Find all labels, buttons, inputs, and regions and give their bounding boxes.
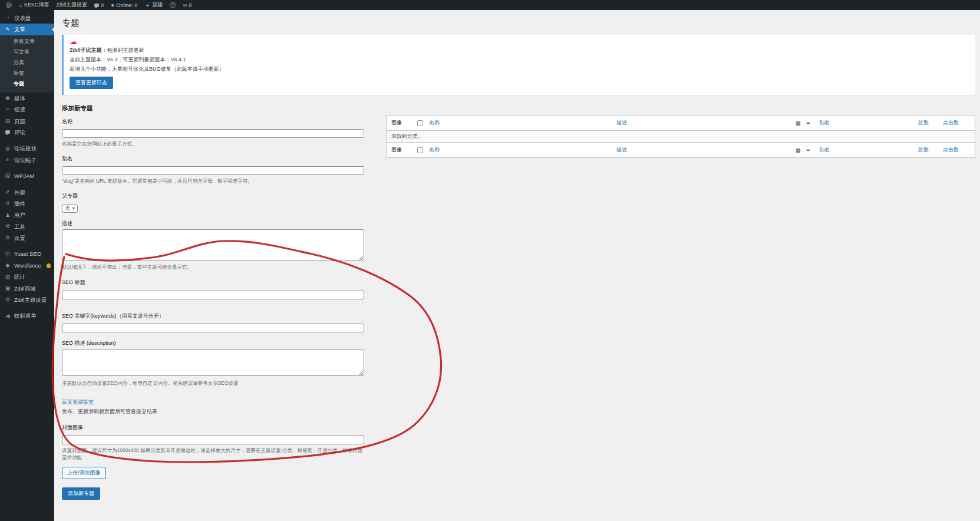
cover-image-label: 封面图像 bbox=[62, 424, 364, 431]
name-label: 名称 bbox=[62, 118, 364, 126]
sidebar-item-appearance[interactable]: ✐ 外观 bbox=[0, 187, 54, 198]
notice-title-bold: Zibll子比主题： bbox=[70, 47, 107, 53]
baidu-submit-link[interactable]: 百度资源提交 bbox=[62, 398, 94, 406]
view-changelog-button[interactable]: 查看更新日志 bbox=[70, 77, 113, 89]
select-all-checkbox[interactable] bbox=[417, 120, 423, 126]
new-content-menu[interactable]: ＋ 新建 bbox=[141, 0, 166, 10]
slug-label: 别名 bbox=[62, 155, 364, 163]
links-menu[interactable]: ∞ 0 bbox=[179, 0, 195, 10]
pushpin-icon: ✎ bbox=[5, 27, 11, 33]
sidebar-label: 链接 bbox=[14, 106, 25, 113]
user-icon: ♟ bbox=[5, 212, 11, 219]
col-count[interactable]: 总数 bbox=[918, 119, 943, 127]
sidebar-item-links[interactable]: ∞ 链接 bbox=[0, 104, 54, 115]
comments-link[interactable]: 0 bbox=[91, 0, 107, 10]
col-clicks[interactable]: 点击数 bbox=[943, 119, 975, 127]
submenu-all-posts[interactable]: 所有文章 bbox=[0, 37, 54, 47]
page-title: 专题 bbox=[62, 18, 975, 29]
gear-icon: ⚙ bbox=[5, 296, 11, 303]
description-textarea[interactable] bbox=[62, 229, 364, 261]
seo-description-label: SEO 描述 (description) bbox=[62, 339, 364, 347]
chart-icon: ▥ bbox=[5, 274, 11, 281]
online-icon: ● bbox=[111, 2, 114, 8]
posts-count-icon: ▦ bbox=[796, 147, 806, 153]
media-icon: ◉ bbox=[5, 95, 11, 101]
zibll-cloud-icon: ☁ bbox=[70, 38, 969, 46]
submenu-topics-current[interactable]: 专题 bbox=[0, 79, 54, 90]
sidebar-item-wpjam[interactable]: Ⓦ WPJAM bbox=[0, 170, 54, 182]
home-icon: ⌂ bbox=[19, 2, 22, 8]
upload-image-button[interactable]: 上传/添加图像 bbox=[62, 467, 106, 479]
col-clicks[interactable]: 点击数 bbox=[943, 146, 975, 154]
sidebar-label: Yoast SEO bbox=[14, 250, 41, 257]
seo-title-input[interactable] bbox=[62, 291, 364, 299]
yoast-menu[interactable]: Ⓨ bbox=[166, 0, 179, 10]
select-all-checkbox-footer[interactable] bbox=[417, 147, 423, 153]
sidebar-label: 页面 bbox=[14, 118, 25, 124]
parent-topic-select[interactable]: 无 ▾ bbox=[62, 205, 78, 213]
forum-topics-icon: ✍ bbox=[5, 157, 11, 163]
submenu-categories[interactable]: 分类 bbox=[0, 58, 54, 68]
name-input[interactable] bbox=[62, 129, 364, 138]
slug-input[interactable] bbox=[62, 166, 364, 175]
posts-submenu: 所有文章 写文章 分类 标签 专题 bbox=[0, 35, 54, 93]
sidebar-item-settings[interactable]: ⚙ 设置 bbox=[0, 232, 54, 243]
sidebar-label: 仪表盘 bbox=[14, 15, 31, 21]
cover-image-input[interactable] bbox=[62, 436, 364, 444]
sidebar-item-yoast-seo[interactable]: Ⓨ Yoast SEO bbox=[0, 248, 54, 259]
posts-count-icon: ▦ bbox=[796, 120, 806, 126]
col-slug[interactable]: 别名 bbox=[819, 119, 918, 127]
add-topic-button[interactable]: 添加新专题 bbox=[62, 487, 100, 500]
sidebar-label: 收起菜单 bbox=[14, 312, 37, 319]
wordpress-menu[interactable]: Ⓦ bbox=[2, 0, 15, 10]
sidebar-item-wordfence[interactable]: ◆ Wordfence bbox=[0, 260, 54, 271]
cover-image-help: 设置封面图，建议尺寸为1000x400,如果分类页未开启侧边栏，请选择更大的尺寸… bbox=[62, 447, 364, 462]
theme-update-notice: ☁ Zibll子比主题：检测到主题更新 当前主题版本：V6.3，可更新到最新版本… bbox=[62, 35, 975, 95]
col-description[interactable]: 描述 bbox=[616, 146, 796, 154]
feather-icon: ✒ bbox=[806, 120, 819, 126]
sidebar-item-media[interactable]: ◉ 媒体 bbox=[0, 93, 54, 104]
table-header-row: 图像 名称 描述 ▦ ✒ 别名 总数 点击数 bbox=[387, 116, 975, 130]
sidebar-label: 设置 bbox=[14, 235, 25, 241]
col-name[interactable]: 名称 bbox=[429, 119, 616, 127]
submenu-write-post[interactable]: 写文章 bbox=[0, 47, 54, 58]
sidebar-item-tools[interactable]: ⚒ 工具 bbox=[0, 221, 54, 232]
sidebar-item-pages[interactable]: ▤ 页面 bbox=[0, 116, 54, 127]
slug-help: "slug"是名称的 URL 友好版本。它通常都是小写的，并且只包含字母、数字和… bbox=[62, 177, 364, 185]
site-link[interactable]: ⌂ KEKC博客 bbox=[15, 0, 53, 10]
sidebar-label: 用户 bbox=[14, 212, 25, 218]
sidebar-item-forum-topics[interactable]: ✍ 论坛帖子 bbox=[0, 154, 54, 166]
submenu-tags[interactable]: 标签 bbox=[0, 68, 54, 79]
col-name[interactable]: 名称 bbox=[429, 146, 616, 154]
baidu-note: 发布、更新后刷新页面后可查看提交结果 bbox=[62, 408, 364, 416]
sidebar-item-comments[interactable]: 评论 bbox=[0, 127, 54, 138]
parent-topic-value: 无 bbox=[65, 205, 70, 212]
online-status[interactable]: ● Online: 0 bbox=[107, 0, 141, 10]
seo-help: 主题默认会自动设置SEO内容，推荐自定义内容。相关建议请参考文章SEO设置 bbox=[62, 380, 364, 387]
seo-description-textarea[interactable] bbox=[62, 349, 364, 376]
new-label: 新建 bbox=[152, 1, 163, 9]
sidebar-item-dashboard[interactable]: ◔ 仪表盘 bbox=[0, 12, 54, 24]
sidebar-item-users[interactable]: ♟ 用户 bbox=[0, 209, 54, 220]
links-count: 0 bbox=[189, 2, 192, 8]
sidebar-label: Wordfence bbox=[14, 262, 41, 269]
sidebar-item-zibll-mall[interactable]: ▣ Zibll商城 bbox=[0, 283, 54, 294]
parent-topic-label: 父专题 bbox=[62, 192, 364, 200]
col-count[interactable]: 总数 bbox=[918, 146, 943, 154]
col-description[interactable]: 描述 bbox=[616, 119, 796, 127]
sidebar-label: WPJAM bbox=[14, 173, 34, 179]
comments-count: 0 bbox=[101, 2, 104, 8]
sidebar-item-posts[interactable]: ✎ 文章 bbox=[0, 24, 54, 35]
admin-bar: Ⓦ ⌂ KEKC博客 Zibll主题设置 0 ● Online: 0 ＋ 新建 … bbox=[0, 0, 980, 10]
sidebar-item-collapse-menu[interactable]: ◀ 收起菜单 bbox=[0, 310, 54, 321]
comments-bubble-icon bbox=[5, 129, 11, 136]
sidebar-item-zibll-theme-settings[interactable]: ⚙ Zibll主题设置 bbox=[0, 294, 54, 305]
sidebar-item-forum-sections[interactable]: ◍ 论坛板块 bbox=[0, 143, 54, 154]
col-slug[interactable]: 别名 bbox=[819, 146, 918, 154]
seo-keywords-input[interactable] bbox=[62, 324, 364, 332]
sidebar-item-stats[interactable]: ▥ 统计 bbox=[0, 271, 54, 282]
sidebar-item-plugins[interactable]: ☌ 插件 bbox=[0, 198, 54, 209]
zibll-theme-settings-link[interactable]: Zibll主题设置 bbox=[53, 0, 91, 10]
plugin-icon: ☌ bbox=[5, 200, 11, 207]
site-name: KEKC博客 bbox=[24, 1, 50, 9]
